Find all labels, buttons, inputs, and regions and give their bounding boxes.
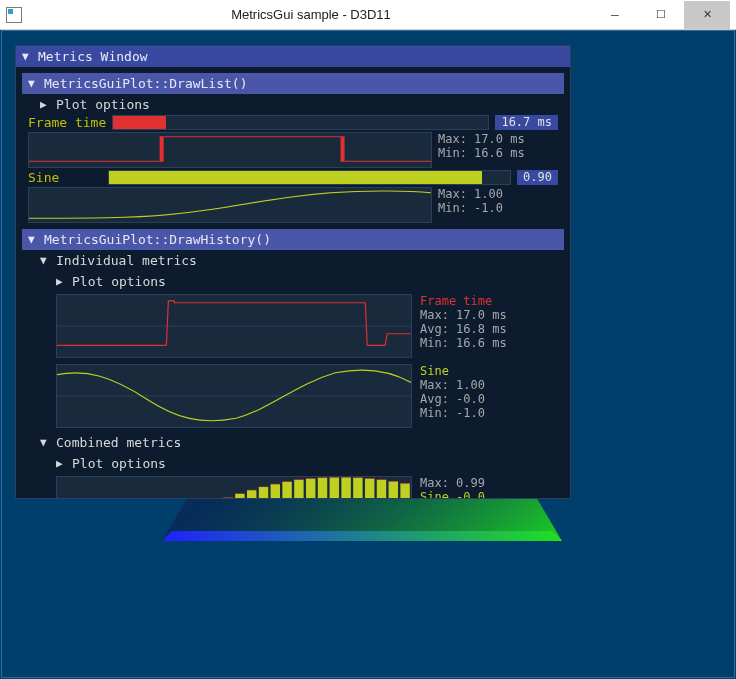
frame-time-mini-plot	[28, 132, 432, 168]
svg-rect-32	[271, 484, 280, 499]
svg-rect-46	[353, 478, 362, 499]
combined-plot-options[interactable]: Plot options	[22, 453, 564, 474]
drawlist-title: MetricsGuiPlot::DrawList()	[44, 76, 248, 91]
expand-icon[interactable]	[56, 457, 66, 470]
drawhistory-header[interactable]: MetricsGuiPlot::DrawHistory()	[22, 229, 564, 250]
collapse-icon[interactable]	[40, 254, 50, 267]
metrics-window-title: Metrics Window	[38, 49, 148, 64]
drawlist-plot-options[interactable]: Plot options	[22, 94, 564, 115]
svg-rect-28	[247, 490, 256, 499]
svg-rect-24	[223, 498, 232, 499]
frame-time-history-stats: Frame time Max: 17.0 ms Avg: 16.8 ms Min…	[420, 294, 507, 350]
minimize-button[interactable]: ─	[592, 1, 638, 29]
frame-time-history-plot	[56, 294, 412, 358]
sine-stats: Max: 1.00 Min: -1.0	[438, 187, 558, 223]
sine-bar-row: Sine 0.90	[22, 170, 564, 187]
svg-marker-1	[162, 531, 562, 541]
drawlist-header[interactable]: MetricsGuiPlot::DrawList()	[22, 73, 564, 94]
expand-icon[interactable]	[56, 275, 66, 288]
sine-mini-plot	[28, 187, 432, 223]
svg-rect-50	[377, 480, 386, 499]
svg-rect-44	[341, 477, 350, 499]
svg-rect-48	[365, 479, 374, 499]
svg-rect-40	[318, 478, 327, 499]
window-title: MetricsGui sample - D3D11	[30, 7, 592, 22]
combined-metrics-tree[interactable]: Combined metrics	[22, 432, 564, 453]
svg-rect-30	[259, 487, 268, 499]
individual-metrics-tree[interactable]: Individual metrics	[22, 250, 564, 271]
frame-time-label: Frame time	[28, 115, 106, 130]
client-area: Metrics Window MetricsGuiPlot::DrawList(…	[1, 30, 735, 678]
collapse-icon[interactable]	[40, 436, 50, 449]
expand-icon[interactable]	[40, 98, 50, 111]
frame-time-value: 16.7 ms	[495, 115, 558, 130]
individual-plot-options[interactable]: Plot options	[22, 271, 564, 292]
svg-rect-26	[235, 494, 244, 499]
drawhistory-title: MetricsGuiPlot::DrawHistory()	[44, 232, 271, 247]
metrics-window-header[interactable]: Metrics Window	[16, 46, 570, 67]
svg-rect-36	[294, 480, 303, 499]
app-icon	[6, 7, 22, 23]
sine-history-plot	[56, 364, 412, 428]
frame-time-stats: Max: 17.0 ms Min: 16.6 ms	[438, 132, 558, 168]
frame-time-bar-row: Frame time 16.7 ms	[22, 115, 564, 132]
svg-rect-38	[306, 479, 315, 499]
sine-value: 0.90	[517, 170, 558, 185]
sine-history-stats: Sine Max: 1.00 Avg: -0.0 Min: -1.0	[420, 364, 485, 420]
combined-history-plot	[56, 476, 412, 499]
combined-history-stats: Max: 0.99 Sine -0.0 Frame time 0.01	[420, 476, 528, 499]
maximize-button[interactable]: ☐	[638, 1, 684, 29]
collapse-icon[interactable]	[28, 77, 38, 90]
collapse-icon[interactable]	[28, 233, 38, 246]
sine-bar	[108, 170, 511, 185]
svg-rect-54	[400, 483, 409, 499]
sine-label: Sine	[28, 170, 102, 185]
svg-rect-52	[389, 481, 398, 499]
close-button[interactable]: ✕	[684, 1, 730, 29]
collapse-icon[interactable]	[22, 50, 32, 63]
svg-rect-34	[282, 482, 291, 499]
svg-rect-42	[330, 477, 339, 499]
frame-time-bar	[112, 115, 489, 130]
metrics-window[interactable]: Metrics Window MetricsGuiPlot::DrawList(…	[15, 45, 571, 499]
os-titlebar: MetricsGui sample - D3D11 ─ ☐ ✕	[0, 0, 736, 30]
